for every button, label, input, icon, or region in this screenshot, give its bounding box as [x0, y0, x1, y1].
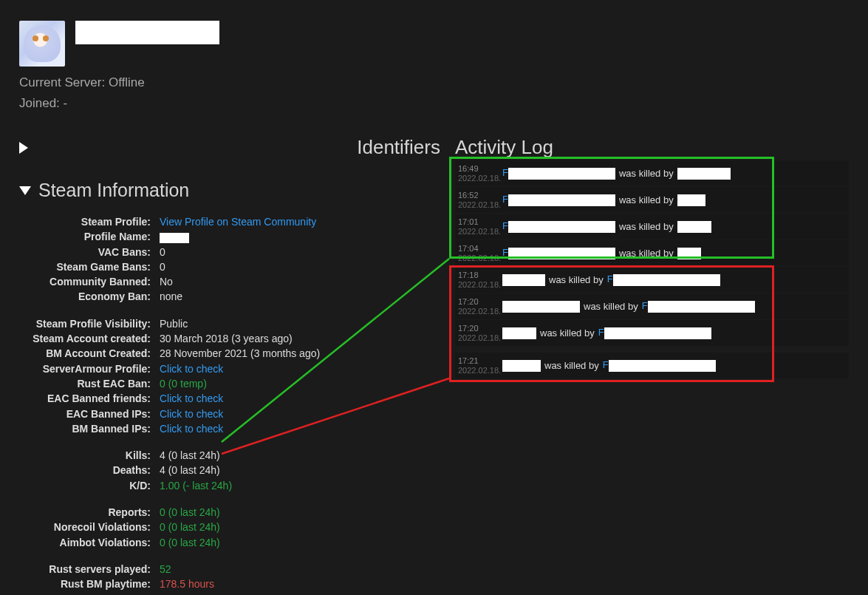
info-value[interactable]: Click to check [160, 391, 440, 406]
info-row: Community Banned:No [19, 274, 440, 289]
info-label: Profile Name: [19, 229, 160, 244]
info-label: Deaths: [19, 463, 160, 477]
chevron-down-icon [19, 186, 31, 195]
info-label: EAC Banned friends: [19, 391, 160, 406]
info-label: Reports: [19, 505, 160, 520]
info-row: Steam Profile Visibility:Public [19, 316, 440, 331]
player-name-redacted[interactable] [677, 221, 711, 233]
player-link-letter[interactable]: F [607, 273, 613, 285]
player-name-redacted[interactable] [604, 327, 711, 339]
log-timestamp: 17:202022.02.18. [455, 297, 502, 316]
info-label: EAC Banned IPs: [19, 407, 160, 421]
info-value: 0 (0 temp) [160, 376, 440, 391]
info-row: VAC Bans:0 [19, 245, 440, 259]
info-label: Aimbot Violations: [19, 535, 160, 550]
player-link-letter[interactable]: F [598, 327, 604, 338]
player-name-redacted[interactable] [508, 168, 615, 180]
joined-line: Joined: - [19, 96, 849, 111]
log-body: F was killed by [502, 194, 849, 206]
player-link-letter[interactable]: F [502, 247, 508, 258]
log-action-text: was killed by [619, 221, 674, 232]
steam-info-header[interactable]: Steam Information [19, 180, 440, 201]
player-link-letter[interactable]: F [502, 220, 508, 231]
log-timestamp: 17:212022.02.18. [455, 356, 502, 375]
player-name-redacted[interactable] [677, 168, 731, 180]
log-entry[interactable]: 16:492022.02.18.F was killed by [455, 160, 849, 186]
log-entry[interactable]: 17:202022.02.18. was killed by F [455, 320, 849, 346]
info-row: ServerArmour Profile:Click to check [19, 361, 440, 376]
info-value: 28 November 2021 (3 months ago) [160, 346, 440, 361]
player-name-redacted[interactable] [508, 194, 615, 206]
info-label: Steam Game Bans: [19, 259, 160, 274]
steam-info-title: Steam Information [38, 180, 189, 201]
info-row: Kills:4 (0 last 24h) [19, 448, 440, 463]
player-name-redacted[interactable] [502, 327, 536, 339]
player-name-redacted[interactable] [508, 221, 615, 233]
avatar[interactable] [19, 21, 65, 67]
info-label: Norecoil Violations: [19, 520, 160, 534]
info-row: Reports:0 (0 last 24h) [19, 505, 440, 520]
current-server: Current Server: Offline [19, 75, 849, 90]
info-value [160, 229, 440, 244]
log-timestamp: 17:012022.02.18. [455, 217, 502, 236]
info-value: 178.5 hours [160, 577, 440, 591]
info-row: K/D:1.00 (- last 24h) [19, 478, 440, 493]
log-body: was killed by F [502, 359, 849, 372]
player-name-redacted [75, 21, 219, 44]
info-row: Rust BM playtime:178.5 hours [19, 577, 440, 591]
info-value: 0 (0 last 24h) [160, 535, 440, 550]
log-entry[interactable]: 16:522022.02.18.F was killed by [455, 187, 849, 213]
log-action-text: was killed by [584, 301, 638, 312]
info-label: Steam Account created: [19, 331, 160, 346]
log-action-text: was killed by [540, 327, 595, 339]
player-name-redacted[interactable] [648, 301, 755, 313]
log-action-text: was killed by [619, 168, 674, 179]
log-entry[interactable]: 17:182022.02.18. was killed by F [455, 267, 849, 293]
player-link-letter[interactable]: F [502, 194, 508, 205]
player-link-letter[interactable]: F [603, 359, 609, 370]
player-name-redacted[interactable] [502, 274, 545, 286]
info-value[interactable]: Click to check [160, 421, 440, 436]
info-row: Rust servers played:52 [19, 562, 440, 577]
log-body: was killed by F [502, 273, 849, 286]
log-entry[interactable]: 17:042022.02.18.F was killed by [455, 240, 849, 266]
info-value: 30 March 2018 (3 years ago) [160, 331, 440, 346]
player-name-redacted[interactable] [502, 360, 541, 372]
info-value: none [160, 289, 440, 304]
info-label: Community Banned: [19, 274, 160, 289]
log-body: was killed by F [502, 300, 849, 313]
log-entry[interactable]: 17:212022.02.18. was killed by F [455, 353, 849, 378]
log-entry[interactable]: 17:202022.02.18. was killed by F [455, 293, 849, 319]
info-value: 0 [160, 259, 440, 274]
info-label: K/D: [19, 478, 160, 493]
info-label: Aim train playtime: [19, 592, 160, 595]
info-row: Deaths:4 (0 last 24h) [19, 463, 440, 477]
info-value: 0 (0 last 24h) [160, 520, 440, 534]
info-label: Steam Profile Visibility: [19, 316, 160, 331]
info-value: 4 (0 last 24h) [160, 463, 440, 477]
player-name-redacted[interactable] [508, 248, 615, 259]
player-name-redacted[interactable] [677, 248, 701, 259]
player-name-redacted[interactable] [609, 360, 716, 372]
info-value[interactable]: Click to check [160, 407, 440, 421]
info-row: Economy Ban:none [19, 289, 440, 304]
info-label: VAC Bans: [19, 245, 160, 259]
player-link-letter[interactable]: F [642, 300, 648, 311]
identifiers-header[interactable]: Identifiers [19, 136, 440, 159]
info-row: EAC Banned IPs:Click to check [19, 407, 440, 421]
info-value: 52 [160, 562, 440, 577]
log-action-text: was killed by [619, 248, 674, 259]
info-value: 1.00 (- last 24h) [160, 478, 440, 493]
player-link-letter[interactable]: F [502, 167, 508, 178]
log-entry[interactable]: 17:012022.02.18.F was killed by [455, 214, 849, 239]
info-value[interactable]: Click to check [160, 361, 440, 376]
info-value[interactable]: View Profile on Steam Community [160, 214, 440, 229]
current-server-label: Current Server: [19, 75, 109, 89]
player-name-redacted[interactable] [677, 194, 705, 206]
player-name-redacted[interactable] [613, 274, 720, 286]
info-value: 0 (0 last 24h) [160, 505, 440, 520]
player-name-redacted[interactable] [502, 301, 580, 313]
log-timestamp: 16:522022.02.18. [455, 191, 502, 209]
info-row: Steam Profile:View Profile on Steam Comm… [19, 214, 440, 229]
info-value: 0 [160, 245, 440, 259]
